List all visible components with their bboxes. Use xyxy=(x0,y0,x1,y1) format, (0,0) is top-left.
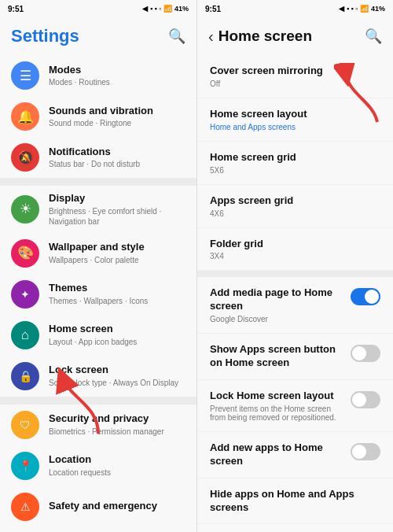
home-item-folder-grid[interactable]: Folder grid 3X4 xyxy=(197,228,393,272)
wallpaper-subtitle: Wallpapers · Color palette xyxy=(49,255,185,265)
modes-subtitle: Modes · Routines xyxy=(49,77,185,87)
hide-apps-title: Hide apps on Home and Apps screens xyxy=(210,488,380,515)
home-layout-title: Home screen layout xyxy=(210,108,380,121)
settings-item-wallpaper[interactable]: 🎨 Wallpaper and style Wallpapers · Color… xyxy=(0,233,196,274)
wallpaper-icon: 🎨 xyxy=(11,239,39,268)
settings-item-display[interactable]: ☀ Display Brightness · Eye comfort shiel… xyxy=(0,186,196,233)
settings-header: Settings 🔍 xyxy=(0,17,196,55)
location-icon: 📍 xyxy=(11,452,39,480)
home-grid-title: Home screen grid xyxy=(210,151,380,164)
settings-item-notifications[interactable]: 🔕 Notifications Status bar · Do not dist… xyxy=(0,137,196,178)
add-apps-toggle[interactable] xyxy=(351,443,380,460)
settings-item-modes[interactable]: ☰ Modes Modes · Routines xyxy=(0,55,196,96)
location-title: Location xyxy=(49,453,185,467)
home-item-apps-grid[interactable]: Apps screen grid 4X6 xyxy=(197,185,393,228)
lock-layout-title: Lock Home screen layout xyxy=(210,390,343,403)
apps-grid-title: Apps screen grid xyxy=(210,194,380,208)
notifications-subtitle: Status bar · Do not disturb xyxy=(49,159,185,169)
apps-button-toggle[interactable] xyxy=(351,345,380,362)
apps-button-toggle-knob xyxy=(352,346,366,360)
apps-button-title: Show Apps screen button on Home screen xyxy=(210,343,343,370)
sounds-subtitle: Sound mode · Ringtone xyxy=(49,118,185,128)
lock-layout-toggle[interactable] xyxy=(351,391,380,408)
lockscreen-title: Lock screen xyxy=(49,364,185,377)
themes-title: Themes xyxy=(49,282,185,295)
home-item-lock-layout[interactable]: Lock Home screen layout Prevent items on… xyxy=(197,380,393,432)
lockscreen-icon: 🔒 xyxy=(11,362,39,390)
home-grid-subtitle: 5X6 xyxy=(210,166,380,175)
lock-layout-subtitle: Prevent items on the Home screen from be… xyxy=(210,405,343,422)
time-left: 9:51 xyxy=(8,5,24,13)
home-layout-subtitle: Home and Apps screens xyxy=(210,123,380,131)
display-icon: ☀ xyxy=(11,195,39,224)
themes-subtitle: Themes · Wallpapers · Icons xyxy=(49,296,185,306)
add-apps-toggle-knob xyxy=(352,445,366,459)
settings-item-lockscreen[interactable]: 🔒 Lock screen Screen lock type · Always … xyxy=(0,356,196,397)
cover-screen-subtitle: Off xyxy=(210,79,380,88)
home-screen-list: Cover screen mirroring Off Home screen l… xyxy=(197,55,393,532)
settings-item-themes[interactable]: ✦ Themes Themes · Wallpapers · Icons xyxy=(0,274,196,315)
home-item-home-layout[interactable]: Home screen layout Home and Apps screens xyxy=(197,98,393,142)
apps-grid-subtitle: 4X6 xyxy=(210,209,380,218)
modes-title: Modes xyxy=(49,64,185,77)
status-icons-right: ◀ ▪ ▪ ▫ 📶 41% xyxy=(339,5,385,13)
home-item-apps-button[interactable]: Show Apps screen button on Home screen xyxy=(197,334,393,380)
settings-list: ☰ Modes Modes · Routines 🔔 Sounds and vi… xyxy=(0,55,196,532)
lock-layout-toggle-knob xyxy=(352,393,366,407)
settings-item-homescreen[interactable]: ⌂ Home screen Layout · App icon badges xyxy=(0,315,196,356)
home-item-add-apps[interactable]: Add new apps to Home screen xyxy=(197,432,393,478)
settings-item-sounds[interactable]: 🔔 Sounds and vibration Sound mode · Ring… xyxy=(0,96,196,137)
security-title: Security and privacy xyxy=(49,412,185,426)
safety-icon: ⚠ xyxy=(11,493,39,521)
time-right: 9:51 xyxy=(205,5,221,13)
home-screen-header: ‹ Home screen 🔍 xyxy=(197,17,393,55)
divider-2 xyxy=(0,397,196,405)
settings-title: Settings xyxy=(11,26,79,46)
folder-grid-subtitle: 3X4 xyxy=(210,252,380,260)
media-page-title: Add media page to Home screen xyxy=(210,286,343,313)
safety-title: Safety and emergency xyxy=(49,500,185,513)
add-apps-title: Add new apps to Home screen xyxy=(210,441,343,468)
wallpaper-title: Wallpaper and style xyxy=(49,241,185,254)
media-page-subtitle: Google Discover xyxy=(210,315,343,323)
location-subtitle: Location requests xyxy=(49,467,185,478)
notifications-title: Notifications xyxy=(49,146,185,159)
search-icon-right[interactable]: 🔍 xyxy=(365,28,382,45)
sounds-title: Sounds and vibration xyxy=(49,105,185,118)
status-icons-left: ◀ ▪ ▪ ▫ 📶 41% xyxy=(142,5,189,13)
section-divider-1 xyxy=(197,271,393,277)
left-panel: 9:51 ◀ ▪ ▪ ▫ 📶 41% Settings 🔍 ☰ Modes Mo… xyxy=(0,0,196,532)
settings-item-location[interactable]: 📍 Location Location requests xyxy=(0,445,196,486)
divider-1 xyxy=(0,178,196,186)
notifications-icon: 🔕 xyxy=(11,143,39,172)
home-screen-title: Home screen xyxy=(219,28,312,45)
search-icon-left[interactable]: 🔍 xyxy=(168,28,185,45)
security-icon: 🛡 xyxy=(11,411,39,439)
home-item-home-grid[interactable]: Home screen grid 5X6 xyxy=(197,142,393,185)
cover-screen-title: Cover screen mirroring xyxy=(210,65,380,78)
security-subtitle: Biometrics · Permission manager xyxy=(49,427,185,437)
settings-item-safety[interactable]: ⚠ Safety and emergency xyxy=(0,486,196,527)
homescreen-subtitle: Layout · App icon badges xyxy=(49,337,185,347)
back-button[interactable]: ‹ xyxy=(208,28,214,46)
modes-icon: ☰ xyxy=(11,61,39,90)
lockscreen-subtitle: Screen lock type · Always On Display xyxy=(49,378,185,388)
display-subtitle: Brightness · Eye comfort shield · Naviga… xyxy=(49,206,185,227)
status-bar-left: 9:51 ◀ ▪ ▪ ▫ 📶 41% xyxy=(0,0,196,17)
media-page-toggle-knob xyxy=(365,290,379,304)
settings-item-security[interactable]: 🛡 Security and privacy Biometrics · Perm… xyxy=(0,405,196,445)
themes-icon: ✦ xyxy=(11,280,39,308)
homescreen-icon: ⌂ xyxy=(11,321,39,349)
home-item-cover-screen[interactable]: Cover screen mirroring Off xyxy=(197,55,393,98)
display-title: Display xyxy=(49,192,185,205)
media-page-toggle[interactable] xyxy=(351,288,380,305)
home-item-hide-apps[interactable]: Hide apps on Home and Apps screens xyxy=(197,478,393,525)
folder-grid-title: Folder grid xyxy=(210,238,380,251)
homescreen-title: Home screen xyxy=(49,323,185,336)
right-panel: 9:51 ◀ ▪ ▪ ▫ 📶 41% ‹ Home screen 🔍 Cover… xyxy=(196,0,393,532)
sounds-icon: 🔔 xyxy=(11,102,39,131)
status-bar-right: 9:51 ◀ ▪ ▪ ▫ 📶 41% xyxy=(197,0,393,17)
home-item-media-page[interactable]: Add media page to Home screen Google Dis… xyxy=(197,277,393,334)
